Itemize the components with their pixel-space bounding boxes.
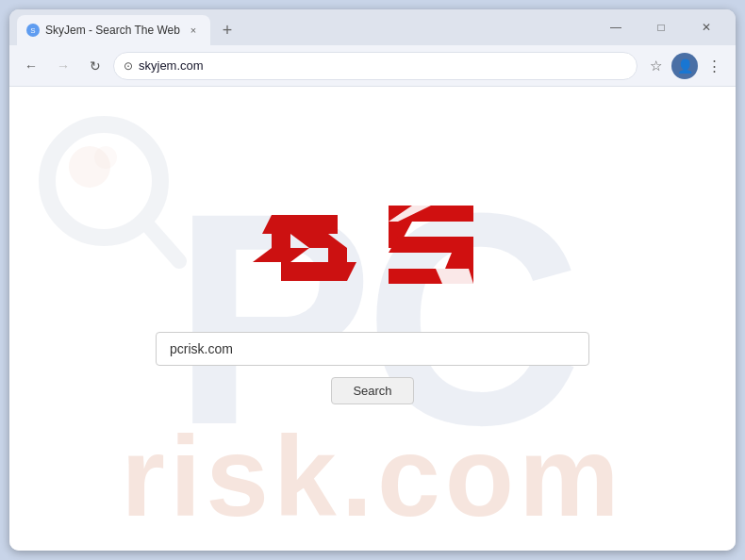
svg-point-2 xyxy=(94,146,117,169)
magnifier-watermark xyxy=(38,115,189,279)
title-bar: S SkyJem - Search The Web × + — □ ✕ xyxy=(9,9,736,45)
active-tab[interactable]: S SkyJem - Search The Web × xyxy=(17,15,210,45)
page-content: PC risk.com xyxy=(9,87,736,551)
profile-button[interactable]: 👤 xyxy=(671,53,698,79)
tab-close-button[interactable]: × xyxy=(186,23,201,38)
tab-area: S SkyJem - Search The Web × + xyxy=(17,15,594,45)
svg-marker-10 xyxy=(452,206,473,222)
risk-watermark: risk.com xyxy=(121,411,624,541)
menu-button[interactable]: ⋮ xyxy=(700,52,728,80)
svg-marker-5 xyxy=(262,215,338,234)
address-bar[interactable]: ⊙ skyjem.com xyxy=(113,52,637,80)
search-form: Search xyxy=(156,332,589,404)
new-tab-button[interactable]: + xyxy=(214,17,240,43)
maximize-button[interactable]: □ xyxy=(639,15,683,40)
tab-title: SkyJem - Search The Web xyxy=(45,24,180,37)
tab-favicon-icon: S xyxy=(26,24,40,37)
minimize-button[interactable]: — xyxy=(594,15,637,40)
window-controls: — □ ✕ xyxy=(594,15,728,45)
navigation-bar: ← → ↻ ⊙ skyjem.com ☆ 👤 ⋮ xyxy=(9,45,736,87)
back-button[interactable]: ← xyxy=(17,52,45,80)
browser-window: S SkyJem - Search The Web × + — □ ✕ ← → … xyxy=(9,9,736,551)
svg-marker-17 xyxy=(436,269,473,284)
search-button[interactable]: Search xyxy=(331,377,413,404)
profile-icon: 👤 xyxy=(677,58,693,74)
suzuki-logo xyxy=(253,206,492,294)
search-input[interactable] xyxy=(156,332,589,366)
address-text: skyjem.com xyxy=(139,58,627,73)
refresh-button[interactable]: ↻ xyxy=(81,52,109,80)
svg-marker-8 xyxy=(253,248,309,262)
svg-marker-7 xyxy=(290,234,347,248)
bookmark-button[interactable]: ☆ xyxy=(641,52,670,80)
address-security-icon: ⊙ xyxy=(124,59,133,73)
svg-marker-6 xyxy=(281,262,356,281)
nav-actions: ☆ 👤 ⋮ xyxy=(641,52,728,80)
close-button[interactable]: ✕ xyxy=(685,15,728,40)
search-input-wrapper xyxy=(156,332,589,366)
svg-marker-14 xyxy=(445,253,473,269)
svg-marker-13 xyxy=(452,237,473,253)
forward-button[interactable]: → xyxy=(49,52,77,80)
